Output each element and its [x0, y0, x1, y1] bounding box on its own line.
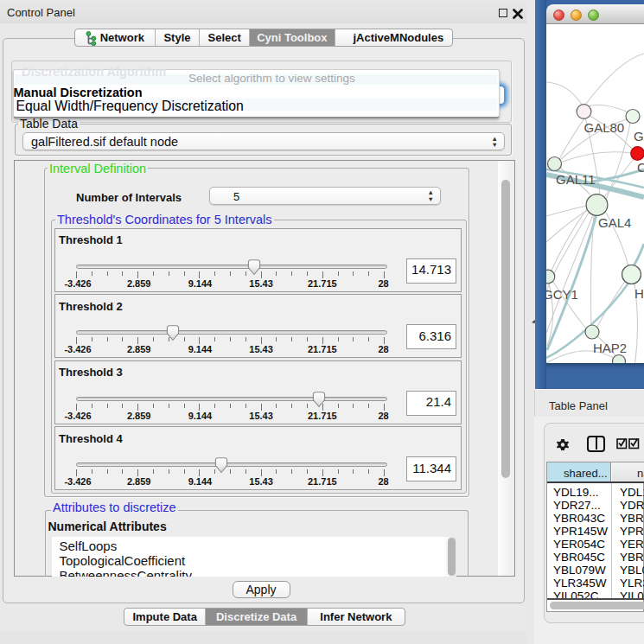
svg-text:GCY1: GCY1 — [546, 287, 578, 302]
svg-text:GAL11: GAL11 — [556, 172, 596, 187]
svg-text:C: C — [637, 160, 644, 175]
svg-text:GAL4: GAL4 — [598, 215, 631, 230]
svg-text:GA: GA — [634, 129, 644, 143]
svg-text:GAL80: GAL80 — [584, 120, 625, 135]
svg-text:HI: HI — [634, 286, 644, 301]
svg-text:HAP2: HAP2 — [593, 341, 627, 355]
